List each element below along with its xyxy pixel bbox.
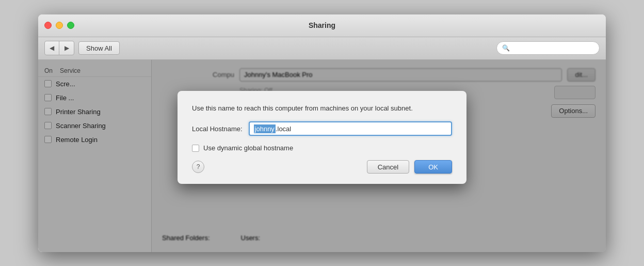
back-button[interactable]: ◀ [45, 41, 59, 55]
toolbar: ◀ ▶ Show All 🔍 [38, 37, 606, 60]
show-all-button[interactable]: Show All [78, 41, 120, 55]
hostname-plain: .local [276, 125, 291, 133]
nav-buttons: ◀ ▶ [44, 41, 74, 55]
hostname-highlight: johnny [254, 124, 276, 133]
dynamic-hostname-checkbox[interactable] [192, 145, 199, 152]
dynamic-hostname-row: Use dynamic global hostname [192, 144, 452, 152]
hostname-label: Local Hostname: [192, 125, 243, 133]
hostname-row: Local Hostname: johnny.local [192, 121, 452, 136]
cancel-button[interactable]: Cancel [367, 160, 409, 174]
help-button[interactable]: ? [192, 161, 204, 173]
modal-description: Use this name to reach this computer fro… [192, 103, 452, 114]
minimize-button[interactable] [56, 22, 63, 29]
forward-button[interactable]: ▶ [59, 41, 74, 55]
traffic-lights [44, 22, 74, 29]
search-icon: 🔍 [502, 44, 510, 52]
window-title: Sharing [309, 21, 335, 29]
content-area: On Service Scre... File ... Printer Shar… [38, 60, 606, 252]
main-window: Sharing ◀ ▶ Show All 🔍 On Service Scre..… [38, 14, 606, 252]
ok-button[interactable]: OK [414, 160, 452, 174]
maximize-button[interactable] [67, 22, 74, 29]
search-box: 🔍 [496, 41, 600, 55]
modal-overlay: Use this name to reach this computer fro… [38, 60, 606, 252]
close-button[interactable] [44, 22, 52, 29]
hostname-input-wrapper[interactable]: johnny.local [249, 121, 452, 136]
title-bar: Sharing [38, 14, 606, 37]
search-input[interactable] [513, 44, 594, 52]
modal-buttons-row: ? Cancel OK [192, 160, 452, 174]
modal-dialog: Use this name to reach this computer fro… [178, 91, 466, 184]
dynamic-hostname-label: Use dynamic global hostname [203, 144, 293, 152]
